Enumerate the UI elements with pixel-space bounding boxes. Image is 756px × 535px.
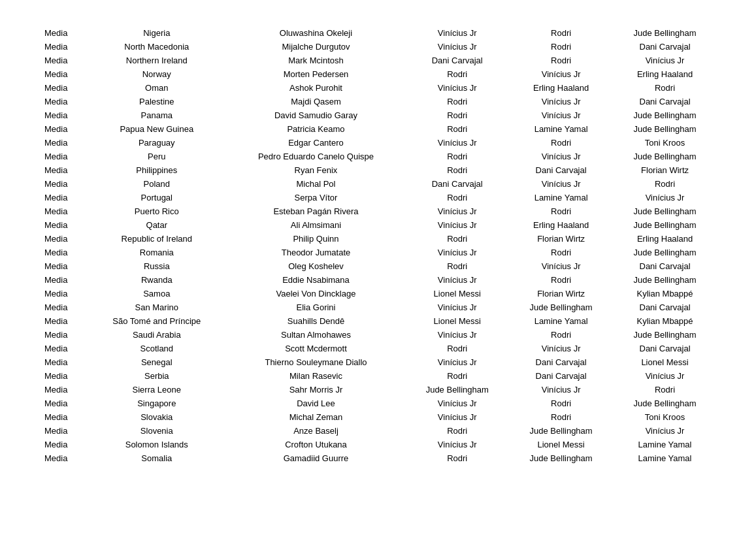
table-cell: Vinícius Jr <box>405 246 509 259</box>
table-cell: North Macedonia <box>87 40 227 54</box>
table-cell: Lamine Yamal <box>509 122 613 136</box>
table-cell: Scotland <box>87 342 227 355</box>
table-cell: Vinícius Jr <box>509 108 613 122</box>
table-cell: Vinícius Jr <box>613 369 717 383</box>
table-cell: Rodri <box>509 54 613 67</box>
table-row: MediaSomaliaGamadiid GuurreRodriJude Bel… <box>39 451 717 465</box>
table-cell: Vinícius Jr <box>509 95 613 108</box>
table-cell: Elia Gorini <box>227 300 406 314</box>
table-cell: Solomon Islands <box>87 438 227 451</box>
table-row: MediaSingaporeDavid LeeVinícius JrRodriJ… <box>39 397 717 410</box>
table-cell: Thierno Souleymane Diallo <box>227 355 406 369</box>
table-cell: Milan Rasevic <box>227 369 406 383</box>
table-cell: Vinícius Jr <box>509 177 613 191</box>
table-cell: Patricia Keamo <box>227 122 406 136</box>
table-cell: Dani Carvajal <box>613 259 717 273</box>
table-cell: Pedro Eduardo Canelo Quispe <box>227 150 406 163</box>
table-cell: Lionel Messi <box>509 438 613 451</box>
table-cell: Jude Bellingham <box>613 122 717 136</box>
table-cell: Vinícius Jr <box>613 424 717 438</box>
table-cell: Crofton Utukana <box>227 438 406 451</box>
table-cell: Sultan Almohawes <box>227 328 406 342</box>
table-cell: Vinícius Jr <box>405 273 509 287</box>
table-row: MediaParaguayEdgar CanteroVinícius JrRod… <box>39 136 717 150</box>
table-cell: Rodri <box>509 246 613 259</box>
table-cell: Lionel Messi <box>613 355 717 369</box>
table-cell: Rwanda <box>87 273 227 287</box>
table-row: MediaPeruPedro Eduardo Canelo QuispeRodr… <box>39 150 717 163</box>
table-cell: Media <box>39 122 87 136</box>
table-cell: Morten Pedersen <box>227 67 406 81</box>
table-cell: Media <box>39 314 87 328</box>
table-cell: Philip Quinn <box>227 232 406 246</box>
table-cell: Vinícius Jr <box>509 150 613 163</box>
table-cell: Rodri <box>405 108 509 122</box>
table-cell: Somalia <box>87 451 227 465</box>
table-cell: Media <box>39 438 87 451</box>
table-cell: Vinícius Jr <box>405 355 509 369</box>
table-cell: Rodri <box>405 191 509 204</box>
table-cell: Rodri <box>405 259 509 273</box>
table-cell: Media <box>39 342 87 355</box>
table-cell: Theodor Jumatate <box>227 246 406 259</box>
table-cell: Rodri <box>509 40 613 54</box>
table-cell: Jude Bellingham <box>509 451 613 465</box>
table-row: MediaRussiaOleg KoshelevRodriVinícius Jr… <box>39 259 717 273</box>
table-cell: Saudi Arabia <box>87 328 227 342</box>
table-cell: Media <box>39 328 87 342</box>
table-cell: Erling Haaland <box>509 218 613 232</box>
data-table: MediaNigeriaOluwashina OkelejiVinícius J… <box>39 26 717 465</box>
table-cell: Media <box>39 287 87 300</box>
table-cell: Michal Pol <box>227 177 406 191</box>
table-cell: Vinícius Jr <box>405 438 509 451</box>
table-cell: Ashok Purohit <box>227 81 406 95</box>
table-cell: Vinícius Jr <box>405 410 509 424</box>
table-cell: Media <box>39 177 87 191</box>
table-cell: Jude Bellingham <box>613 397 717 410</box>
table-cell: Erling Haaland <box>613 232 717 246</box>
table-cell: Rodri <box>509 26 613 40</box>
table-cell: Slovakia <box>87 410 227 424</box>
table-cell: Ryan Fenix <box>227 163 406 177</box>
table-cell: Republic of Ireland <box>87 232 227 246</box>
table-cell: Toni Kroos <box>613 136 717 150</box>
table-cell: Media <box>39 150 87 163</box>
table-cell: Poland <box>87 177 227 191</box>
table-cell: Media <box>39 67 87 81</box>
table-cell: Kylian Mbappé <box>613 287 717 300</box>
table-cell: Paraguay <box>87 136 227 150</box>
table-cell: Philippines <box>87 163 227 177</box>
table-cell: Slovenia <box>87 424 227 438</box>
table-cell: Vinícius Jr <box>405 328 509 342</box>
table-cell: Rodri <box>405 342 509 355</box>
table-cell: Suahills Dendê <box>227 314 406 328</box>
table-cell: Jude Bellingham <box>613 150 717 163</box>
table-row: MediaPuerto RicoEsteban Pagán RiveraViní… <box>39 204 717 218</box>
table-cell: Vinícius Jr <box>509 259 613 273</box>
table-cell: Media <box>39 259 87 273</box>
table-cell: Media <box>39 300 87 314</box>
table-row: MediaQatarAli AlmsimaniVinícius JrErling… <box>39 218 717 232</box>
table-cell: Dani Carvajal <box>613 342 717 355</box>
table-cell: Jude Bellingham <box>613 204 717 218</box>
table-cell: Jude Bellingham <box>509 424 613 438</box>
table-cell: Rodri <box>405 369 509 383</box>
table-cell: São Tomé and Príncipe <box>87 314 227 328</box>
table-row: MediaSierra LeoneSahr Morris JrJude Bell… <box>39 383 717 397</box>
table-cell: Eddie Nsabimana <box>227 273 406 287</box>
table-row: MediaSamoaVaelei Von DincklageLionel Mes… <box>39 287 717 300</box>
table-cell: Lamine Yamal <box>509 191 613 204</box>
table-cell: Mark Mcintosh <box>227 54 406 67</box>
table-cell: Media <box>39 218 87 232</box>
table-cell: Majdi Qasem <box>227 95 406 108</box>
table-cell: Erling Haaland <box>509 81 613 95</box>
table-cell: Jude Bellingham <box>613 328 717 342</box>
table-cell: Media <box>39 204 87 218</box>
table-cell: Media <box>39 95 87 108</box>
table-cell: Rodri <box>509 410 613 424</box>
table-cell: Rodri <box>509 136 613 150</box>
table-cell: Serpa Vítor <box>227 191 406 204</box>
table-cell: Panama <box>87 108 227 122</box>
table-cell: Media <box>39 40 87 54</box>
table-row: MediaSan MarinoElia GoriniVinícius JrJud… <box>39 300 717 314</box>
